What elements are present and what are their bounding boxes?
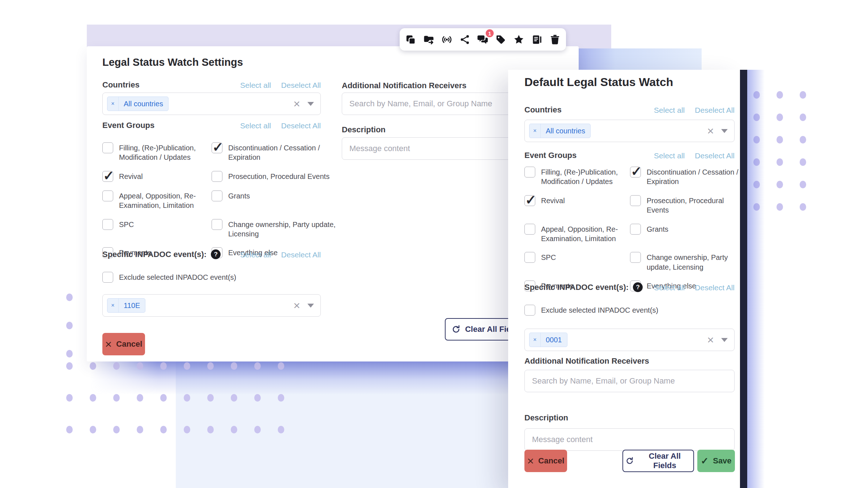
event-groups-select-all-link[interactable]: Select all: [240, 121, 271, 130]
receivers-input[interactable]: Search by Name, Email, or Group Name: [524, 370, 735, 392]
chip-label: 0001: [541, 336, 567, 344]
chip-remove-icon[interactable]: [107, 299, 119, 312]
decor-dot: [66, 350, 73, 358]
checkbox[interactable]: [102, 191, 113, 201]
event-group-option[interactable]: Grants: [212, 191, 337, 201]
checkbox[interactable]: [524, 252, 535, 263]
event-group-option[interactable]: Prosecution, Procedural Events: [212, 171, 337, 182]
checkbox[interactable]: [630, 224, 641, 235]
star-icon[interactable]: [512, 33, 526, 46]
inpadoc-select-all-link[interactable]: Select all: [240, 251, 271, 259]
checkbox[interactable]: [524, 305, 535, 316]
decor-dot: [776, 181, 783, 188]
checkbox[interactable]: [212, 171, 222, 182]
chevron-down-icon[interactable]: [721, 129, 728, 133]
countries-select-all-link[interactable]: Select all: [654, 106, 685, 115]
decor-dot: [90, 362, 96, 370]
inpadoc-select[interactable]: 110E: [102, 294, 321, 317]
decor-dot: [800, 203, 806, 211]
chip-remove-icon[interactable]: [107, 97, 119, 111]
event-group-option[interactable]: SPC: [102, 219, 212, 230]
checkbox[interactable]: [524, 224, 535, 235]
event-group-option[interactable]: Grants: [630, 224, 740, 235]
checkbox[interactable]: [630, 195, 641, 206]
event-group-option[interactable]: Prosecution, Procedural Events: [630, 195, 740, 215]
countries-select-all-link[interactable]: Select all: [240, 81, 271, 90]
tag-icon[interactable]: [494, 33, 508, 46]
cancel-button[interactable]: Cancel: [524, 450, 567, 472]
help-icon[interactable]: [211, 249, 221, 259]
comments-icon[interactable]: 1: [476, 33, 490, 46]
clear-selection-icon[interactable]: [293, 98, 300, 110]
check-icon: [701, 456, 709, 466]
decor-dot: [184, 426, 190, 433]
chip-remove-icon[interactable]: [529, 124, 541, 138]
inpadoc-deselect-all-link[interactable]: Deselect All: [281, 251, 321, 259]
checkbox[interactable]: [524, 167, 535, 177]
checkbox[interactable]: [102, 142, 113, 153]
event-group-option[interactable]: Revival: [524, 195, 630, 206]
clear-selection-icon[interactable]: [707, 334, 714, 346]
decor-dot: [800, 114, 806, 121]
broadcast-icon[interactable]: [440, 33, 454, 46]
event-group-option[interactable]: Change ownership, Party update, Licensin…: [212, 219, 337, 239]
event-group-label: SPC: [541, 252, 556, 262]
decor-dot: [184, 394, 190, 402]
decor-dot: [254, 362, 261, 370]
chevron-down-icon[interactable]: [721, 338, 728, 342]
checkbox[interactable]: [102, 272, 113, 283]
page-title: Legal Status Watch Settings: [102, 56, 243, 68]
exclude-inpadoc-option[interactable]: Exclude selected INPADOC event(s): [102, 272, 236, 283]
clear-all-fields-button[interactable]: Clear All Fields: [622, 450, 694, 472]
countries-deselect-all-link[interactable]: Deselect All: [695, 106, 735, 115]
copy-icon[interactable]: [404, 33, 418, 46]
checkbox[interactable]: [212, 219, 222, 230]
countries-deselect-all-link[interactable]: Deselect All: [281, 81, 321, 90]
chip-remove-icon[interactable]: [529, 333, 541, 347]
checkbox[interactable]: [630, 167, 641, 177]
event-group-option[interactable]: Filling, (Re-)Publication, Modification …: [524, 167, 630, 187]
inpadoc-deselect-all-link[interactable]: Deselect All: [695, 283, 735, 292]
inpadoc-select[interactable]: 0001: [524, 329, 735, 351]
event-group-option[interactable]: Discontinuation / Cessation / Expiration: [630, 167, 740, 187]
description-input[interactable]: Message content: [524, 428, 735, 451]
clear-selection-icon[interactable]: [707, 125, 714, 137]
event-group-option[interactable]: SPC: [524, 252, 630, 263]
decor-dot: [184, 362, 190, 370]
chevron-down-icon[interactable]: [307, 304, 314, 308]
event-group-label: Revival: [541, 195, 565, 205]
checkbox[interactable]: [212, 142, 222, 153]
event-group-label: Filling, (Re-)Publication, Modification …: [119, 142, 212, 162]
event-group-option[interactable]: Revival: [102, 171, 212, 182]
event-group-option[interactable]: Change ownership, Party update, Licensin…: [630, 252, 740, 272]
folder-move-icon[interactable]: [422, 33, 436, 46]
event-group-option[interactable]: Discontinuation / Cessation / Expiration: [212, 142, 337, 162]
checkbox[interactable]: [212, 191, 222, 201]
event-group-label: SPC: [119, 219, 134, 229]
clear-selection-icon[interactable]: [293, 300, 300, 311]
cancel-button[interactable]: Cancel: [102, 333, 145, 355]
trash-icon[interactable]: [548, 33, 562, 46]
inpadoc-select-all-link[interactable]: Select all: [654, 283, 685, 292]
exclude-inpadoc-option[interactable]: Exclude selected INPADOC event(s): [524, 305, 658, 316]
checkbox[interactable]: [524, 195, 535, 206]
x-icon: [527, 455, 534, 467]
event-group-option[interactable]: Appeal, Opposition, Re-Examination, Limi…: [102, 191, 212, 210]
event-groups-deselect-all-link[interactable]: Deselect All: [281, 121, 321, 130]
event-groups-deselect-all-link[interactable]: Deselect All: [695, 151, 735, 160]
event-group-label: Change ownership, Party update, Licensin…: [647, 252, 740, 272]
event-group-option[interactable]: Filling, (Re-)Publication, Modification …: [102, 142, 212, 162]
help-icon[interactable]: [633, 282, 643, 292]
event-groups-select-all-link[interactable]: Select all: [654, 151, 685, 160]
journal-icon[interactable]: [530, 33, 544, 46]
event-group-option[interactable]: Appeal, Opposition, Re-Examination, Limi…: [524, 224, 630, 244]
chevron-down-icon[interactable]: [307, 102, 314, 106]
checkbox[interactable]: [102, 171, 113, 182]
checkbox[interactable]: [630, 252, 641, 263]
share-icon[interactable]: [458, 33, 472, 46]
countries-select[interactable]: All countries: [524, 120, 735, 142]
save-button[interactable]: Save: [697, 450, 735, 472]
event-group-label: Grants: [647, 224, 668, 234]
countries-select[interactable]: All countries: [102, 93, 321, 115]
checkbox[interactable]: [102, 219, 113, 230]
